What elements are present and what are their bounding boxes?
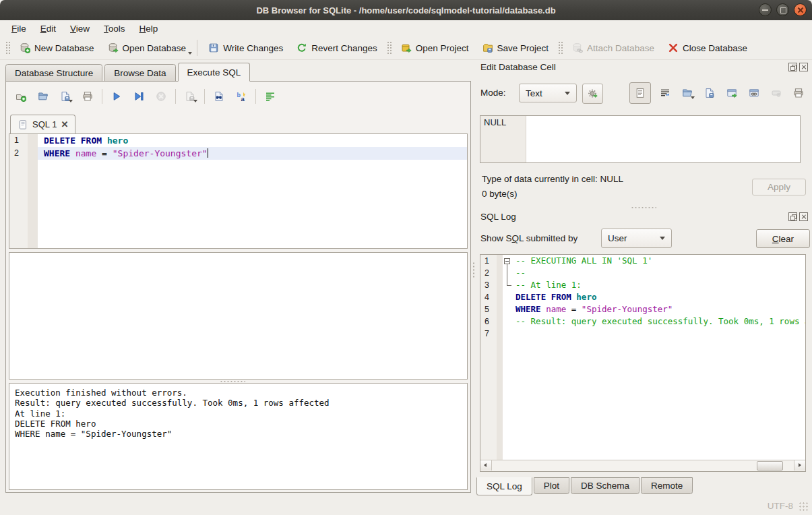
cell-value-area[interactable] — [526, 116, 800, 162]
fold-margin — [503, 279, 513, 291]
editor-line: 1DELETE FROM hero — [9, 134, 467, 147]
sql-file-icon — [18, 119, 28, 130]
sql-token: FROM — [551, 292, 571, 302]
export-data-button[interactable] — [701, 85, 718, 101]
apply-button[interactable]: Apply — [752, 179, 806, 195]
minimize-icon — [762, 9, 768, 11]
log-code-line — [513, 328, 805, 340]
attach-database-label: Attach Database — [587, 43, 654, 53]
open-external-button[interactable] — [724, 85, 740, 101]
tab-db-schema[interactable]: DB Schema — [571, 477, 639, 494]
chevron-down-icon — [660, 237, 665, 240]
dropdown-caret-icon[interactable] — [691, 96, 695, 99]
fold-marker[interactable] — [503, 255, 513, 267]
minimize-button[interactable] — [759, 3, 772, 16]
menu-item-help[interactable]: Help — [133, 22, 164, 36]
save-results-button — [182, 88, 198, 104]
apply-settings-button[interactable] — [582, 84, 603, 104]
scrollbar-track[interactable] — [492, 460, 794, 471]
editor-code-line[interactable]: WHERE name = "Spider-Youngster" — [38, 147, 467, 160]
log-line: 4DELETE FROM hero — [480, 291, 805, 303]
line-number: 2 — [480, 267, 497, 279]
execute-all-button[interactable] — [108, 88, 125, 104]
scroll-left-arrow-icon[interactable] — [480, 460, 492, 471]
tab-browse-data[interactable]: Browse Data — [104, 64, 175, 82]
mode-select[interactable]: Text — [519, 84, 577, 102]
open-sql-file-button[interactable] — [35, 88, 51, 104]
save-project-button[interactable]: Save Project — [476, 39, 556, 57]
dropdown-caret-icon[interactable] — [188, 52, 192, 55]
log-line: 2-- — [480, 267, 805, 279]
execute-current-line-button[interactable] — [131, 88, 147, 104]
tab-plot[interactable]: Plot — [534, 477, 569, 494]
toolbar-grip[interactable] — [557, 40, 563, 55]
tab-sql-log[interactable]: SQL Log — [476, 477, 532, 495]
toolbar-grip[interactable] — [5, 40, 11, 55]
cell-type-info: Type of data currently in cell: NULL — [482, 174, 623, 184]
open-database-button[interactable]: Open Database — [101, 39, 193, 57]
dropdown-caret-icon[interactable] — [193, 100, 197, 102]
mode-value: Text — [526, 88, 542, 98]
close-panel-icon[interactable] — [799, 212, 808, 221]
tab-execute-sql[interactable]: Execute SQL — [178, 63, 251, 82]
toggle-results-button[interactable] — [262, 88, 278, 104]
submitter-select[interactable]: User — [601, 229, 672, 248]
scrollbar-thumb[interactable] — [757, 461, 783, 471]
sql-tab[interactable]: SQL 1 ✕ — [10, 115, 75, 133]
new-database-button[interactable]: New Database — [13, 39, 101, 57]
write-changes-button[interactable]: Write Changes — [201, 39, 290, 57]
menu-item-file[interactable]: File — [5, 22, 32, 36]
toolbar-separator — [102, 89, 102, 104]
log-viewport[interactable]: 1-- EXECUTING ALL IN 'SQL 1'2--3-- At li… — [480, 254, 806, 472]
text-view-button[interactable] — [629, 82, 651, 104]
close-button[interactable] — [794, 3, 807, 16]
auto-format-button[interactable]: ba — [233, 88, 249, 104]
scroll-right-arrow-icon[interactable] — [794, 460, 805, 471]
resize-grip[interactable] — [799, 502, 809, 512]
sql-token: -- Result: query executed successfully. … — [516, 316, 806, 326]
menu-item-tools[interactable]: Tools — [98, 22, 131, 36]
open-project-button[interactable]: Open Project — [394, 39, 476, 57]
window-titlebar[interactable]: DB Browser for SQLite - /home/user/code/… — [0, 0, 812, 20]
sql-token: -- EXECUTING ALL IN 'SQL 1' — [516, 255, 652, 266]
log-code-line: -- Result: query executed successfully. … — [513, 315, 806, 328]
sql-token — [102, 135, 107, 146]
menu-item-view[interactable]: View — [64, 22, 96, 36]
sql-token: DELETE — [516, 292, 546, 302]
word-wrap-button[interactable] — [657, 85, 673, 101]
new-tab-button[interactable] — [13, 88, 29, 104]
import-data-button[interactable] — [679, 85, 695, 101]
clear-button[interactable]: Clear — [756, 229, 810, 248]
float-panel-icon[interactable] — [788, 63, 797, 71]
print-cell-button[interactable] — [790, 85, 807, 101]
editor-code-line[interactable]: DELETE FROM hero — [38, 134, 467, 147]
sql-editor[interactable]: 1DELETE FROM hero2WHERE name = "Spider-Y… — [9, 133, 468, 249]
close-database-button[interactable]: Close Database — [661, 39, 754, 57]
dock-splitter[interactable] — [631, 206, 656, 209]
revert-changes-button[interactable]: Revert Changes — [290, 39, 384, 57]
find-in-file-button[interactable] — [211, 88, 227, 104]
tab-database-structure[interactable]: Database Structure — [5, 64, 102, 82]
log-horizontal-scrollbar[interactable] — [480, 460, 805, 471]
float-panel-icon[interactable] — [788, 212, 797, 221]
tab-remote[interactable]: Remote — [641, 477, 693, 494]
maximize-button[interactable] — [776, 3, 789, 16]
menu-item-edit[interactable]: Edit — [34, 22, 62, 36]
cell-null-indicator: NULL — [480, 116, 526, 162]
toolbar-grip[interactable] — [386, 40, 392, 55]
fold-margin — [503, 267, 513, 279]
log-lines: 1-- EXECUTING ALL IN 'SQL 1'2--3-- At li… — [480, 255, 805, 340]
sql-tab-close-icon[interactable]: ✕ — [61, 119, 68, 129]
messages-pane[interactable]: Execution finished without errors.Result… — [9, 383, 468, 490]
results-pane[interactable] — [9, 252, 468, 380]
message-line: Execution finished without errors. — [15, 388, 462, 398]
close-panel-icon[interactable] — [799, 63, 808, 71]
save-sql-file-button[interactable] — [57, 88, 73, 104]
print-button[interactable] — [80, 88, 96, 104]
log-line: 6-- Result: query executed successfully.… — [480, 315, 805, 328]
attach-database-icon — [572, 42, 583, 53]
dropdown-caret-icon[interactable] — [69, 100, 73, 102]
copy-link-button[interactable] — [746, 85, 762, 101]
vertical-splitter[interactable] — [471, 59, 476, 495]
log-code-line: WHERE name = "Spider-Youngster" — [513, 303, 805, 315]
